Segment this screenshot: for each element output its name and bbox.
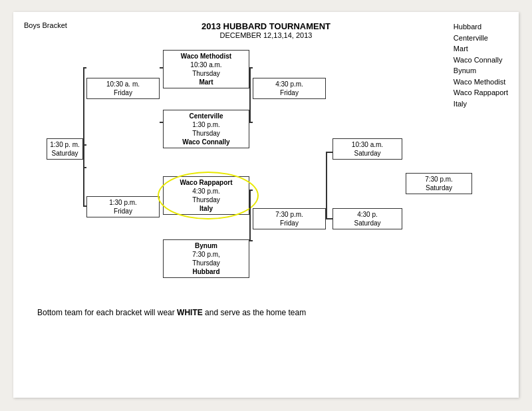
footer-suffix: and serve as the home team — [203, 308, 306, 317]
team-list-item: Bynum — [454, 65, 508, 76]
team-list-item: Italy — [454, 98, 508, 110]
final-sat-box: 7:30 p.m. Saturday — [406, 173, 472, 194]
team-list-item: Waco Rappaport — [454, 87, 508, 98]
team-list-item: Waco Methodist — [454, 76, 508, 88]
team-list-item: Hubbard — [454, 21, 508, 33]
line-lv1 — [83, 67, 84, 167]
semi3-friday-box: 1:30 p.m. Friday — [86, 196, 160, 217]
line-h2a — [160, 122, 163, 123]
semi-sat-box: 1:30 p. m. Saturday — [47, 138, 83, 160]
centerville-box: Centerville 1:30 p.m. Thursday Waco Conn… — [163, 110, 249, 148]
team-list-item: Mart — [454, 43, 508, 55]
quarter1-sat-box: 10:30 a.m. Saturday — [332, 138, 402, 160]
footer-bold: WHITE — [177, 308, 203, 317]
semi2-friday-box: 4:30 p.m. Friday — [253, 78, 326, 99]
line-rv1 — [326, 152, 327, 218]
line-lh2 — [83, 144, 86, 146]
line-v1 — [249, 67, 251, 122]
team-list-item: Centerville — [454, 33, 508, 44]
waco-methodist-box: Waco Methodist 10:30 a.m. Thursday Mart — [163, 50, 249, 88]
circle-highlight — [158, 172, 259, 219]
title-block: 2013 HUBBARD TOURNAMENT DECEMBER 12,13,1… — [24, 21, 508, 39]
semi1-friday-box: 10:30 a. m. Friday — [86, 78, 160, 99]
main-title: 2013 HUBBARD TOURNAMENT — [24, 21, 508, 31]
line-h2 — [249, 122, 253, 123]
teams-list-container: HubbardCentervilleMartWaco ConnallyBynum… — [454, 21, 508, 109]
line-h1a — [160, 67, 163, 68]
bynum-box: Bynum 7:30 p.m, Thursday Hubbard — [163, 239, 249, 278]
line-rh1 — [326, 152, 332, 153]
footer-prefix: Bottom team for each bracket will wear — [37, 308, 177, 317]
quarter2-sat-box: 4:30 p. Saturday — [332, 208, 402, 229]
bracket-area: Waco Methodist 10:30 a.m. Thursday Mart … — [47, 43, 485, 296]
footer-note: Bottom team for each bracket will wear W… — [24, 308, 508, 317]
line-lv2 — [83, 167, 84, 206]
page: Boys Bracket 2013 HUBBARD TOURNAMENT DEC… — [13, 12, 519, 398]
line-rh2 — [326, 218, 332, 219]
team-list-item: Waco Connally — [454, 55, 508, 66]
line-lh4 — [83, 206, 86, 207]
semi4-friday-box: 7:30 p.m. Friday — [253, 208, 326, 229]
sub-title: DECEMBER 12,13,14, 2013 — [24, 31, 508, 39]
line-h4 — [249, 240, 253, 241]
line-v3 — [249, 190, 251, 240]
boys-bracket-label: Boys Bracket — [24, 21, 67, 29]
